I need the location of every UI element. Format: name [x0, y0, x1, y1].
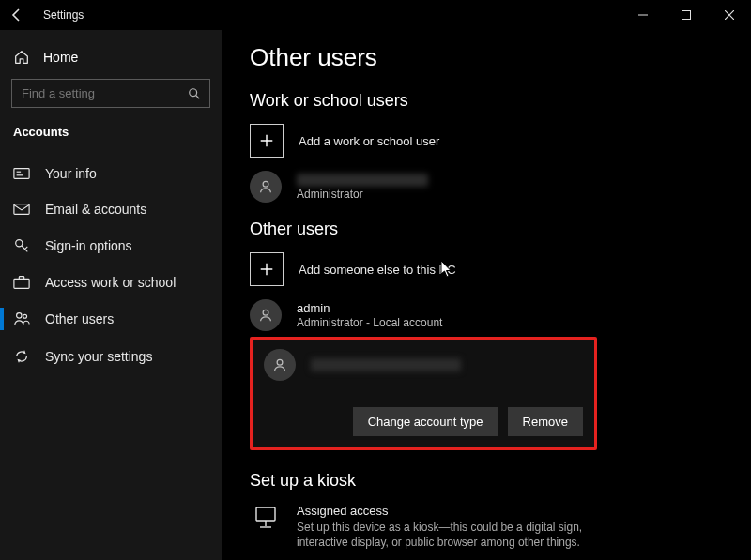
assigned-access-row[interactable]: Assigned access Set up this device as a …: [250, 504, 751, 550]
admin-user-role: Administrator - Local account: [297, 316, 442, 329]
plus-icon: [258, 132, 275, 149]
window-controls: [621, 0, 751, 30]
selected-user-name-redacted: [311, 358, 461, 371]
close-button[interactable]: [708, 0, 751, 30]
svg-rect-15: [256, 507, 275, 521]
work-school-heading: Work or school users: [250, 91, 751, 111]
svg-point-10: [17, 313, 22, 318]
admin-user-name: admin: [297, 301, 442, 315]
home-button[interactable]: Home: [0, 43, 222, 75]
add-work-user-label: Add a work or school user: [299, 134, 439, 148]
kiosk-heading: Set up a kiosk: [250, 471, 751, 491]
close-icon: [725, 10, 734, 20]
selected-user-card: Change account type Remove: [250, 337, 597, 450]
minimize-icon: [638, 10, 648, 20]
svg-rect-9: [14, 279, 29, 288]
work-user-row[interactable]: Administrator: [250, 171, 751, 203]
maximize-button[interactable]: [665, 0, 708, 30]
home-label: Home: [43, 50, 78, 65]
add-other-user-label: Add someone else to this PC: [299, 263, 456, 277]
assigned-access-title: Assigned access: [297, 504, 635, 518]
briefcase-icon: [13, 275, 30, 290]
svg-rect-7: [14, 204, 29, 215]
sidebar-section: Accounts: [0, 121, 222, 156]
avatar: [264, 349, 296, 381]
add-other-user-button[interactable]: [250, 252, 284, 286]
add-work-user-button[interactable]: [250, 124, 284, 158]
home-icon: [13, 49, 30, 66]
nav-item-label: Other users: [45, 311, 114, 326]
nav-item-label: Sign-in options: [45, 238, 132, 253]
back-button[interactable]: [4, 2, 30, 28]
title-bar: Settings: [0, 0, 751, 30]
arrow-left-icon: [9, 8, 24, 23]
svg-rect-4: [14, 169, 29, 179]
people-icon: [13, 310, 30, 327]
page-title: Other users: [250, 43, 751, 72]
your-info-icon: [13, 167, 30, 180]
sidebar-item-other-users[interactable]: Other users: [0, 300, 222, 338]
add-work-user-row[interactable]: Add a work or school user: [250, 124, 751, 158]
sidebar: Home Accounts Your info Email & accounts: [0, 30, 222, 560]
sidebar-item-sign-in-options[interactable]: Sign-in options: [0, 227, 222, 265]
plus-icon: [258, 261, 275, 278]
selected-user-row[interactable]: [264, 349, 583, 381]
other-users-heading: Other users: [250, 219, 751, 239]
window-title: Settings: [43, 8, 84, 22]
person-icon: [257, 178, 274, 195]
sidebar-item-your-info[interactable]: Your info: [0, 156, 222, 191]
assigned-access-desc: Set up this device as a kiosk—this could…: [297, 520, 635, 550]
search-input[interactable]: [11, 79, 210, 108]
svg-point-12: [263, 181, 268, 187]
nav-item-label: Email & accounts: [45, 202, 146, 217]
avatar: [250, 171, 282, 203]
svg-point-8: [16, 240, 23, 247]
remove-user-button[interactable]: Remove: [508, 407, 583, 436]
sidebar-item-access-work-school[interactable]: Access work or school: [0, 265, 222, 300]
svg-point-13: [263, 310, 268, 315]
mail-icon: [13, 203, 30, 216]
nav-item-label: Sync your settings: [45, 349, 152, 364]
sidebar-item-sync-settings[interactable]: Sync your settings: [0, 338, 222, 375]
search-wrap: [11, 79, 210, 108]
main-content: Other users Work or school users Add a w…: [222, 30, 751, 560]
kiosk-icon: [253, 506, 278, 530]
svg-point-11: [23, 314, 27, 318]
work-user-name-redacted: [297, 174, 428, 187]
avatar: [250, 299, 282, 331]
maximize-icon: [682, 10, 691, 20]
person-icon: [271, 356, 288, 373]
svg-rect-1: [682, 11, 691, 20]
work-user-role: Administrator: [297, 188, 428, 201]
key-icon: [13, 237, 30, 254]
add-other-user-row[interactable]: Add someone else to this PC: [250, 252, 751, 286]
sidebar-item-email-accounts[interactable]: Email & accounts: [0, 191, 222, 227]
svg-point-14: [277, 359, 283, 365]
nav-list: Your info Email & accounts Sign-in optio…: [0, 156, 222, 375]
nav-item-label: Access work or school: [45, 275, 176, 290]
minimize-button[interactable]: [621, 0, 665, 30]
change-account-type-button[interactable]: Change account type: [353, 407, 498, 436]
person-icon: [257, 307, 274, 324]
sync-icon: [13, 348, 30, 365]
nav-item-label: Your info: [45, 166, 97, 181]
admin-user-row[interactable]: admin Administrator - Local account: [250, 299, 751, 331]
